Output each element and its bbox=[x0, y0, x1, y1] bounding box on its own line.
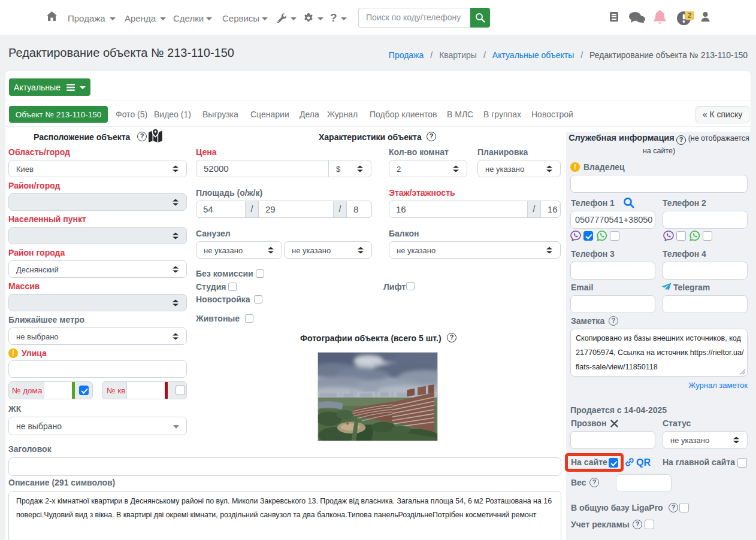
svg-text:2: 2 bbox=[688, 11, 692, 20]
